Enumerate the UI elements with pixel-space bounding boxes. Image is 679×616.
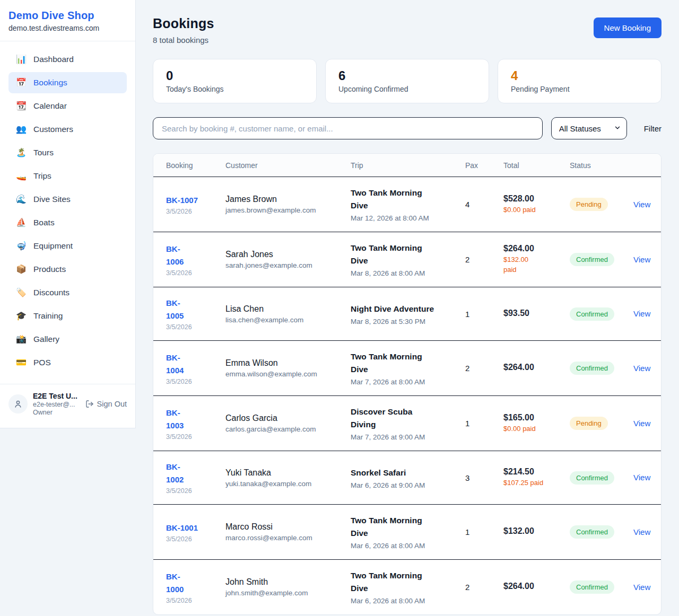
trip-name: Two Tank Morning Dive bbox=[351, 242, 465, 267]
table-row: BK- 1004 3/5/2026 Emma Wilson emma.wilso… bbox=[153, 341, 661, 396]
customer-cell: Yuki Tanaka yuki.tanaka@example.com bbox=[225, 468, 351, 488]
sidebar-item-dive-sites[interactable]: 🌊Dive Sites bbox=[8, 189, 127, 210]
sidebar-item-customers[interactable]: 👥Customers bbox=[8, 119, 127, 140]
sidebar-item-tours[interactable]: 🏝️Tours bbox=[8, 142, 127, 163]
sidebar-item-training[interactable]: 🎓Training bbox=[8, 305, 127, 327]
status-badge: Pending bbox=[570, 417, 608, 430]
bar-chart-icon: 📊 bbox=[16, 55, 27, 64]
stat-card-upcoming-confirmed: 6 Upcoming Confirmed bbox=[325, 59, 489, 103]
sidebar-item-discounts[interactable]: 🏷️Discounts bbox=[8, 282, 127, 303]
new-booking-button[interactable]: New Booking bbox=[594, 17, 661, 38]
customer-email: lisa.chen@example.com bbox=[225, 316, 351, 324]
wave-icon: 🌊 bbox=[16, 195, 27, 204]
sidebar-item-bookings[interactable]: 📅Bookings bbox=[8, 72, 127, 93]
brand-domain: demo.test.divestreams.com bbox=[8, 24, 127, 32]
booking-date: 3/5/2026 bbox=[166, 378, 225, 385]
sidebar-item-products[interactable]: 📦Products bbox=[8, 259, 127, 280]
sidebar-item-dashboard[interactable]: 📊Dashboard bbox=[8, 49, 127, 70]
bookings-table: Booking Customer Trip Pax Total Status B… bbox=[153, 153, 661, 615]
status-cell: Confirmed bbox=[570, 580, 633, 594]
sidebar-item-gallery[interactable]: 📸Gallery bbox=[8, 329, 127, 350]
customer-name: Carlos Garcia bbox=[225, 413, 351, 423]
table-row: BK-1001 3/5/2026 Marco Rossi marco.rossi… bbox=[153, 505, 661, 560]
total-amount: $264.00 bbox=[503, 363, 570, 372]
total-cell: $528.00 $0.00 paid bbox=[503, 194, 570, 215]
sidebar-item-label: Boats bbox=[33, 218, 55, 227]
page-title: Bookings bbox=[153, 16, 214, 31]
stat-value: 6 bbox=[338, 68, 476, 83]
view-link[interactable]: View bbox=[633, 255, 650, 264]
booking-id-link[interactable]: BK- 1006 bbox=[166, 243, 225, 268]
sidebar: Demo Dive Shop demo.test.divestreams.com… bbox=[0, 0, 136, 428]
table-row: BK- 1000 3/5/2026 John Smith john.smith@… bbox=[153, 560, 661, 614]
total-amount: $165.00 bbox=[503, 413, 570, 423]
customer-name: John Smith bbox=[225, 577, 351, 587]
pax-cell: 2 bbox=[465, 364, 503, 373]
view-link[interactable]: View bbox=[633, 309, 650, 318]
sidebar-item-calendar[interactable]: 📆Calendar bbox=[8, 95, 127, 117]
table-row: BK- 1005 3/5/2026 Lisa Chen lisa.chen@ex… bbox=[153, 287, 661, 341]
trip-datetime: Mar 8, 2026 at 8:00 AM bbox=[351, 269, 465, 277]
booking-date: 3/5/2026 bbox=[166, 208, 225, 215]
status-filter-select[interactable]: All Statuses bbox=[551, 117, 627, 139]
search-input[interactable] bbox=[153, 117, 543, 139]
customer-email: sarah.jones@example.com bbox=[225, 261, 351, 269]
booking-id-link[interactable]: BK-1001 bbox=[166, 522, 225, 534]
sign-out-button[interactable]: Sign Out bbox=[85, 400, 127, 408]
island-icon: 🏝️ bbox=[16, 148, 27, 157]
customer-email: yuki.tanaka@example.com bbox=[225, 480, 351, 488]
sidebar-item-label: Discounts bbox=[33, 288, 69, 297]
customer-cell: Marco Rossi marco.rossi@example.com bbox=[225, 522, 351, 542]
status-cell: Confirmed bbox=[570, 253, 633, 266]
stat-label: Today's Bookings bbox=[166, 85, 303, 93]
stat-label: Pending Payment bbox=[511, 85, 648, 93]
sidebar-item-label: Equipment bbox=[33, 241, 73, 251]
sidebar-item-trips[interactable]: 🚤Trips bbox=[8, 165, 127, 187]
booking-id-link[interactable]: BK-1007 bbox=[166, 194, 225, 207]
trip-cell: Snorkel Safari Mar 6, 2026 at 9:00 AM bbox=[351, 467, 465, 489]
booking-id-link[interactable]: BK- 1000 bbox=[166, 570, 225, 596]
view-link[interactable]: View bbox=[633, 583, 650, 592]
view-link[interactable]: View bbox=[633, 473, 650, 482]
view-link[interactable]: View bbox=[633, 200, 650, 209]
column-header-trip: Trip bbox=[351, 161, 465, 170]
actions-cell: View bbox=[633, 419, 650, 428]
booking-id-link[interactable]: BK- 1005 bbox=[166, 297, 225, 322]
sidebar-item-equipment[interactable]: 🤿Equipment bbox=[8, 235, 127, 257]
booking-id-link[interactable]: BK- 1003 bbox=[166, 407, 225, 432]
sidebar-item-label: Gallery bbox=[33, 335, 59, 344]
sidebar-item-label: Training bbox=[33, 311, 63, 321]
filter-button[interactable]: Filter bbox=[644, 124, 661, 133]
pax-cell: 1 bbox=[465, 419, 503, 428]
status-badge: Confirmed bbox=[570, 362, 614, 375]
table-row: BK- 1002 3/5/2026 Yuki Tanaka yuki.tanak… bbox=[153, 451, 661, 505]
paid-amount: $107.25 paid bbox=[503, 478, 570, 488]
total-amount: $264.00 bbox=[503, 244, 570, 253]
sidebar-item-boats[interactable]: ⛵Boats bbox=[8, 212, 127, 233]
sidebar-item-label: Tours bbox=[33, 148, 54, 157]
view-link[interactable]: View bbox=[633, 364, 650, 373]
total-cell: $264.00 $132.00 paid bbox=[503, 244, 570, 275]
booking-date: 3/5/2026 bbox=[166, 269, 225, 277]
trip-name: Two Tank Morning Dive bbox=[351, 569, 465, 595]
booking-cell: BK-1007 3/5/2026 bbox=[166, 194, 225, 215]
table-row: BK- 1006 3/5/2026 Sarah Jones sarah.jone… bbox=[153, 232, 661, 287]
booking-id-link[interactable]: BK- 1004 bbox=[166, 351, 225, 377]
total-cell: $165.00 $0.00 paid bbox=[503, 413, 570, 434]
trip-datetime: Mar 6, 2026 at 8:00 AM bbox=[351, 597, 465, 605]
sidebar-item-label: Dashboard bbox=[33, 55, 74, 64]
view-link[interactable]: View bbox=[633, 527, 650, 536]
trip-datetime: Mar 7, 2026 at 8:00 AM bbox=[351, 378, 465, 386]
view-link[interactable]: View bbox=[633, 419, 650, 428]
sidebar-item-label: Customers bbox=[33, 125, 73, 134]
customer-name: Sarah Jones bbox=[225, 250, 351, 259]
booking-cell: BK-1001 3/5/2026 bbox=[166, 522, 225, 543]
sidebar-item-label: Bookings bbox=[33, 78, 67, 87]
pax-cell: 1 bbox=[465, 527, 503, 536]
sidebar-item-pos[interactable]: 💳POS bbox=[8, 352, 127, 373]
booking-id-link[interactable]: BK- 1002 bbox=[166, 461, 225, 486]
trip-datetime: Mar 7, 2026 at 9:00 AM bbox=[351, 433, 465, 441]
actions-cell: View bbox=[633, 364, 650, 373]
booking-cell: BK- 1000 3/5/2026 bbox=[166, 570, 225, 604]
brand-header: Demo Dive Shop demo.test.divestreams.com bbox=[0, 0, 135, 41]
